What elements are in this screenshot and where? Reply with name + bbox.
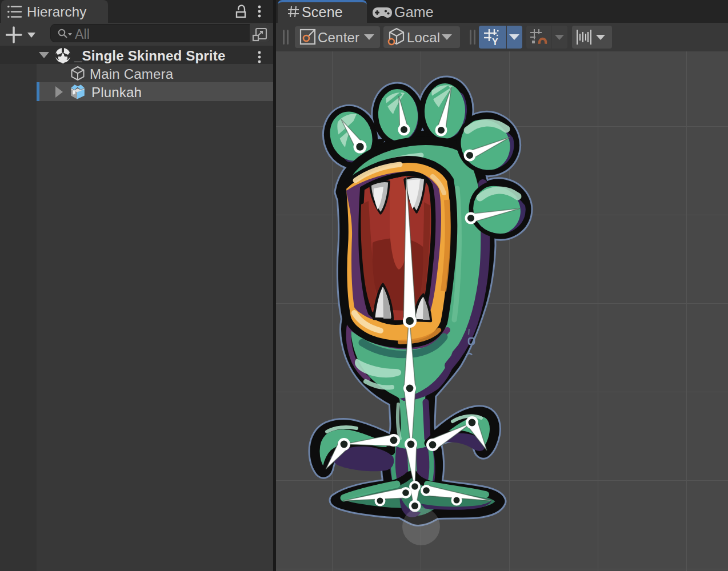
svg-text:Y: Y <box>492 37 498 45</box>
